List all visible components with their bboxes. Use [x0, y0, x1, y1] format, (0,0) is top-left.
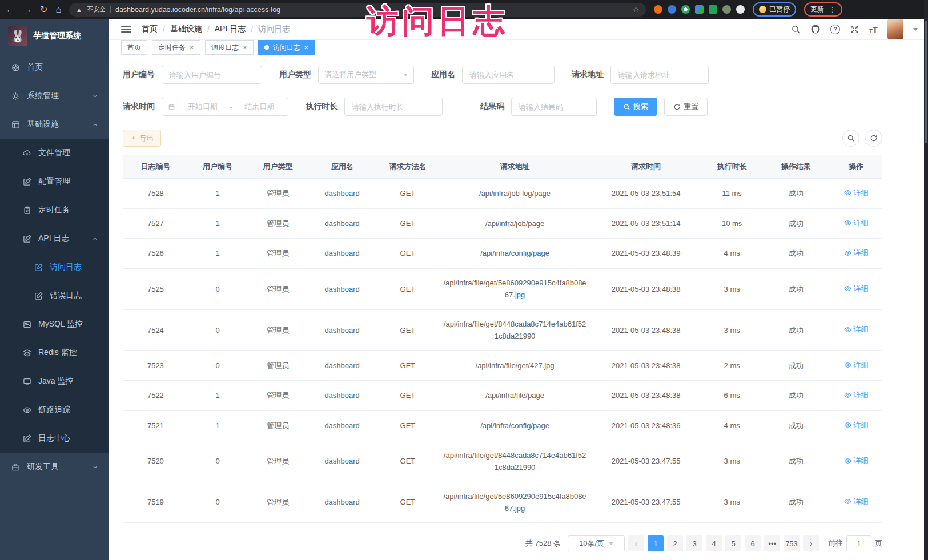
breadcrumb-item[interactable]: API 日志 — [215, 24, 246, 34]
tag-access-log[interactable]: 访问日志✕ — [258, 40, 315, 55]
prev-page-button[interactable]: ‹ — [628, 535, 644, 551]
user-type-select[interactable]: 请选择用户类型 — [318, 66, 414, 84]
close-icon[interactable]: ✕ — [189, 44, 194, 51]
tag-scheduled-jobs[interactable]: 定时任务✕ — [152, 40, 200, 55]
detail-link[interactable]: 详细 — [844, 187, 869, 199]
docs-help-icon[interactable]: ? — [830, 25, 840, 34]
sidebar-toggle-icon[interactable] — [121, 26, 131, 33]
sidebar-item-file-management[interactable]: 文件管理 — [0, 139, 109, 167]
not-secure-warning-icon: ▲ — [76, 6, 82, 13]
page-button-753[interactable]: 753 — [784, 535, 800, 551]
browser-home-icon[interactable]: ⌂ — [55, 5, 61, 14]
sidebar-item-access-log[interactable]: 访问日志 — [0, 253, 109, 281]
profile-paused-badge[interactable]: 已暂停 — [753, 2, 796, 17]
scrollbar-thumb[interactable] — [925, 21, 927, 143]
window-scrollbar[interactable] — [924, 0, 928, 560]
sidebar-item-scheduled-jobs[interactable]: 定时任务 — [0, 196, 109, 224]
user-id-cell: 0 — [188, 482, 247, 523]
bookmark-star-icon[interactable]: ☆ — [632, 5, 639, 14]
app-logo[interactable]: 🐰 芋道管理系统 — [0, 19, 109, 53]
duration-input[interactable] — [344, 98, 443, 116]
browser-forward-icon[interactable]: → — [23, 5, 32, 14]
breadcrumb-item[interactable]: 首页 — [142, 24, 158, 34]
tag-home[interactable]: 首页 — [121, 40, 147, 55]
request-time-cell: 2021-05-03 23:48:38 — [590, 350, 702, 381]
browser-menu-icon[interactable]: ⋮ — [829, 6, 836, 14]
table-row: 7522 1 管理员 dashboard GET /api/infra/file… — [123, 381, 882, 411]
user-avatar[interactable] — [887, 19, 903, 39]
header-search-icon[interactable] — [791, 25, 801, 34]
close-icon[interactable]: ✕ — [242, 44, 247, 51]
detail-link[interactable]: 详细 — [844, 495, 869, 507]
browser-update-button[interactable]: 更新 ⋮ — [804, 2, 842, 17]
app-name-input[interactable] — [462, 66, 555, 84]
address-bar[interactable]: ▲ 不安全 dashboard.yudao.iocoder.cn/infra/l… — [69, 3, 646, 17]
page-button-2[interactable]: 2 — [667, 535, 683, 551]
sidebar-item-api-log[interactable]: API 日志 — [0, 224, 109, 253]
user-id-input[interactable] — [162, 66, 262, 84]
logo-image: 🐰 — [8, 26, 27, 46]
sidebar-item-java-monitor[interactable]: Java 监控 — [0, 367, 109, 396]
request-time-range-picker[interactable]: 开始日期 - 结束日期 — [162, 98, 288, 116]
page-button-6[interactable]: 6 — [745, 535, 761, 551]
page-button-3[interactable]: 3 — [686, 535, 702, 551]
extension-icon[interactable] — [654, 5, 662, 14]
breadcrumb-item[interactable]: 基础设施 — [170, 24, 202, 34]
sidebar-item-mysql-monitor[interactable]: MySQL 监控 — [0, 310, 109, 339]
sidebar-item-error-log[interactable]: 错误日志 — [0, 281, 109, 310]
next-page-button[interactable]: › — [803, 535, 819, 551]
extension-icon[interactable] — [709, 5, 717, 14]
detail-link[interactable]: 详细 — [844, 359, 869, 371]
page-button-•••[interactable]: ••• — [764, 535, 780, 551]
paused-label: 已暂停 — [769, 5, 790, 14]
result-cell: 成功 — [762, 350, 830, 381]
font-size-icon[interactable]: TT — [869, 25, 878, 34]
tag-schedule-log[interactable]: 调度日志✕ — [205, 40, 254, 55]
detail-link[interactable]: 详细 — [844, 283, 869, 295]
close-icon[interactable]: ✕ — [303, 44, 308, 51]
action-cell: 详细 — [830, 309, 882, 350]
chevron-down-icon — [92, 93, 98, 99]
detail-link[interactable]: 详细 — [844, 419, 869, 431]
sidebar-item-log-center[interactable]: 日志中心 — [0, 424, 109, 453]
github-icon[interactable] — [810, 24, 821, 34]
browser-back-icon[interactable]: ← — [6, 5, 15, 14]
refresh-table-button[interactable] — [865, 130, 882, 147]
page-size-select[interactable]: 10条/页 — [568, 535, 625, 551]
sidebar-item-system[interactable]: 系统管理 — [0, 82, 109, 110]
request-url-input[interactable] — [610, 66, 709, 84]
extension-icon[interactable] — [668, 5, 676, 14]
extension-icon[interactable] — [736, 5, 745, 14]
detail-link[interactable]: 详细 — [844, 323, 869, 335]
detail-link[interactable]: 详细 — [844, 454, 869, 466]
sidebar-item-infra[interactable]: 基础设施 — [0, 110, 109, 139]
sidebar-item-dev-tools[interactable]: 研发工具 — [0, 453, 109, 481]
fullscreen-icon[interactable] — [850, 25, 859, 34]
extension-icon[interactable] — [722, 5, 731, 14]
result-code-input[interactable] — [511, 98, 597, 116]
sidebar-item-trace[interactable]: 链路追踪 — [0, 396, 109, 424]
method-cell: GET — [376, 179, 440, 209]
export-button[interactable]: 导出 — [123, 130, 161, 147]
sidebar-item-home[interactable]: 首页 — [0, 53, 109, 82]
update-label: 更新 — [810, 5, 824, 14]
request-url-cell: /api/infra/config/page — [440, 239, 590, 269]
extension-icon[interactable] — [695, 5, 704, 14]
detail-link[interactable]: 详细 — [844, 389, 869, 401]
detail-link[interactable]: 详细 — [844, 217, 869, 229]
avatar-dropdown-caret-icon[interactable] — [913, 28, 918, 31]
sidebar-item-redis-monitor[interactable]: Redis 监控 — [0, 339, 109, 367]
extension-icon[interactable] — [681, 5, 690, 14]
browser-reload-icon[interactable]: ↻ — [40, 5, 47, 14]
reset-button[interactable]: 重置 — [664, 98, 708, 116]
page-button-1[interactable]: 1 — [648, 535, 664, 551]
page-button-4[interactable]: 4 — [706, 535, 722, 551]
goto-page-input[interactable] — [846, 535, 871, 551]
sidebar-item-config-management[interactable]: 配置管理 — [0, 167, 109, 196]
app-name-cell: dashboard — [308, 179, 375, 209]
detail-link[interactable]: 详细 — [844, 247, 869, 259]
page-button-5[interactable]: 5 — [725, 535, 741, 551]
eye-icon — [844, 249, 851, 257]
search-button[interactable]: 搜索 — [614, 98, 657, 116]
toggle-search-button[interactable] — [842, 130, 859, 147]
